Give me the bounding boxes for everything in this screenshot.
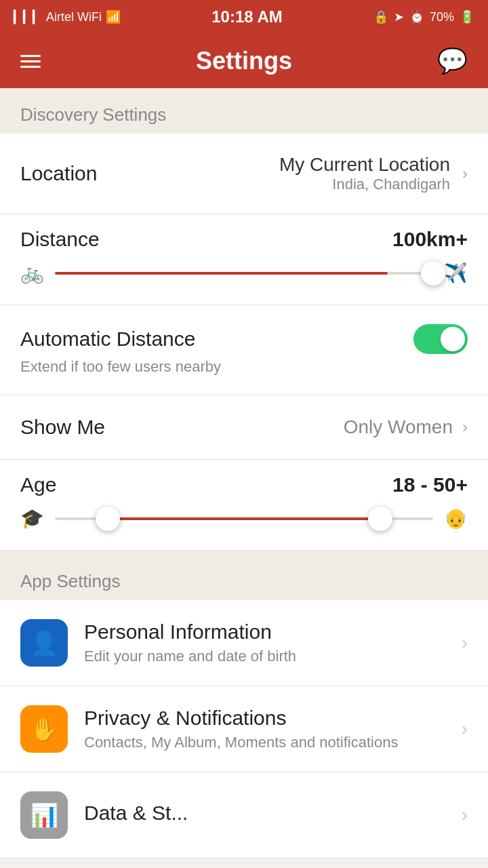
privacy-content: Privacy & Notifications Contacts, My Alb…	[84, 707, 445, 751]
privacy-title: Privacy & Notifications	[84, 707, 445, 730]
personal-info-sub: Edit your name and date of birth	[84, 648, 445, 665]
wifi-icon: 📶	[106, 9, 121, 24]
distance-slider-container: 🚲 ✈️	[20, 262, 468, 284]
location-sub: India, Chandigarh	[279, 176, 450, 193]
carrier-label: Airtel WiFi	[46, 10, 102, 24]
battery-label: 70%	[430, 10, 454, 24]
distance-right-icon: ✈️	[444, 262, 468, 284]
personal-info-content: Personal Information Edit your name and …	[84, 620, 445, 665]
data-icon: 📊	[20, 791, 68, 839]
age-slider-container: 🎓 👴	[20, 507, 468, 530]
distance-left-icon: 🚲	[20, 262, 44, 284]
toggle-knob	[441, 327, 465, 351]
status-left: ▎▎▎ Airtel WiFi 📶	[14, 9, 121, 24]
alarm-icon: ⏰	[409, 9, 424, 24]
distance-block: Distance 100km+ 🚲 ✈️	[0, 214, 488, 305]
age-block: Age 18 - 50+ 🎓 👴	[0, 460, 488, 551]
personal-info-icon: 👤	[20, 619, 68, 667]
location-row[interactable]: Location My Current Location India, Chan…	[0, 134, 488, 214]
app-section-header: App Settings	[0, 551, 488, 600]
age-slider-track[interactable]	[55, 517, 433, 520]
location-value: My Current Location	[279, 154, 450, 176]
location-label: Location	[20, 162, 97, 185]
status-bar: ▎▎▎ Airtel WiFi 📶 10:18 AM 🔒 ➤ ⏰ 70% 🔋	[0, 0, 488, 34]
location-icon: ➤	[394, 9, 404, 24]
auto-distance-toggle[interactable]	[413, 324, 468, 354]
distance-slider-fill	[55, 272, 388, 275]
age-label: Age	[20, 473, 56, 496]
show-me-value: Only Women	[344, 416, 453, 438]
personal-info-item[interactable]: 👤 Personal Information Edit your name an…	[0, 600, 488, 686]
status-time: 10:18 AM	[211, 7, 282, 26]
age-slider-thumb-left[interactable]	[96, 507, 120, 531]
status-right: 🔒 ➤ ⏰ 70% 🔋	[373, 9, 474, 24]
age-left-icon: 🎓	[20, 507, 44, 530]
distance-slider-thumb[interactable]	[421, 261, 445, 285]
signal-icon: ▎▎▎	[14, 9, 42, 24]
privacy-sub: Contacts, My Album, Moments and notifica…	[84, 734, 445, 751]
menu-button[interactable]	[20, 55, 41, 68]
discovery-section-header: Discovery Settings	[0, 88, 488, 134]
age-slider-thumb-right[interactable]	[368, 507, 392, 531]
privacy-chevron: ›	[462, 718, 468, 740]
show-me-chevron: ›	[462, 418, 468, 437]
lock-icon: 🔒	[373, 9, 388, 24]
message-button[interactable]: 💬	[437, 47, 468, 75]
hand-icon: ✋	[30, 715, 58, 743]
show-me-row[interactable]: Show Me Only Women ›	[0, 395, 488, 460]
data-item[interactable]: 📊 Data & St... ›	[0, 772, 488, 859]
personal-info-chevron: ›	[462, 632, 468, 654]
data-content: Data & St...	[84, 802, 445, 829]
distance-slider-track[interactable]	[55, 272, 433, 275]
distance-label: Distance	[20, 228, 100, 251]
show-me-label: Show Me	[20, 416, 105, 439]
show-me-value-group: Only Women ›	[344, 416, 468, 438]
data-title: Data & St...	[84, 802, 445, 825]
personal-info-title: Personal Information	[84, 620, 445, 644]
battery-icon: 🔋	[460, 9, 474, 24]
auto-distance-label: Automatic Distance	[20, 328, 195, 351]
data-chart-icon: 📊	[30, 802, 58, 829]
age-slider-fill	[108, 517, 380, 520]
app-header: Settings 💬	[0, 34, 488, 88]
app-settings-block: 👤 Personal Information Edit your name an…	[0, 600, 488, 859]
data-chevron: ›	[462, 804, 468, 826]
person-icon: 👤	[30, 629, 58, 656]
distance-value: 100km+	[392, 228, 468, 251]
privacy-item[interactable]: ✋ Privacy & Notifications Contacts, My A…	[0, 686, 488, 772]
auto-distance-sub: Extend if too few users nearby	[20, 358, 468, 376]
age-right-icon: 👴	[444, 507, 468, 530]
age-value: 18 - 50+	[392, 473, 468, 496]
auto-distance-row: Automatic Distance Extend if too few use…	[0, 305, 488, 395]
location-value-group: My Current Location India, Chandigarh ›	[279, 154, 468, 193]
location-chevron: ›	[462, 164, 468, 183]
privacy-icon: ✋	[20, 705, 68, 753]
page-title: Settings	[196, 47, 292, 75]
